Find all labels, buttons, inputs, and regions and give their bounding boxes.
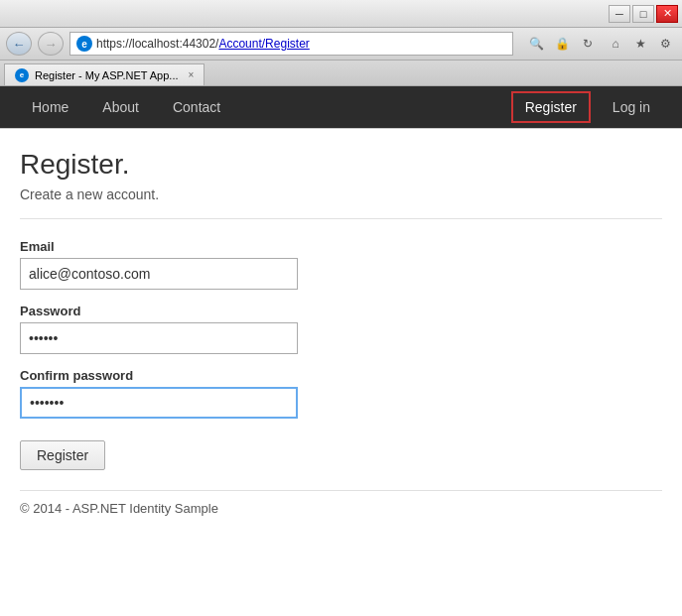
confirm-password-input[interactable] [20, 387, 298, 419]
back-button[interactable]: ← [6, 32, 32, 56]
settings-icon[interactable]: ⚙ [654, 33, 676, 55]
title-bar: ─ □ ✕ [0, 0, 682, 28]
active-tab[interactable]: e Register - My ASP.NET App... × [4, 63, 205, 85]
address-actions: 🔍 🔒 ↻ [525, 33, 599, 55]
home-icon[interactable]: ⌂ [605, 33, 626, 55]
address-text: https://localhost:44302/Account/Register [96, 37, 310, 51]
tab-close-icon[interactable]: × [189, 69, 195, 80]
divider [20, 218, 662, 219]
password-group: Password [20, 304, 662, 354]
footer-text: © 2014 - ASP.NET Identity Sample [20, 501, 662, 516]
minimize-button[interactable]: ─ [609, 5, 630, 23]
tab-bar: e Register - My ASP.NET App... × [0, 61, 682, 86]
tab-label: Register - My ASP.NET App... [35, 69, 179, 81]
favorites-icon[interactable]: ★ [629, 33, 651, 55]
nav-bar: Home About Contact Register Log in [0, 86, 682, 128]
page-content: Register. Create a new account. Email Pa… [0, 128, 682, 616]
confirm-password-group: Confirm password [20, 368, 662, 419]
password-input[interactable] [20, 322, 298, 354]
home-area: ⌂ ★ ⚙ [605, 33, 676, 55]
footer-divider [20, 490, 662, 491]
email-group: Email [20, 239, 662, 290]
page-subtitle: Create a new account. [20, 186, 662, 202]
maximize-button[interactable]: □ [632, 5, 654, 23]
ie-icon: e [76, 36, 92, 52]
register-submit-button[interactable]: Register [20, 440, 105, 470]
lock-icon: 🔒 [551, 33, 573, 55]
refresh-icon[interactable]: ↻ [577, 33, 599, 55]
forward-button[interactable]: → [38, 32, 64, 56]
address-bar[interactable]: e https://localhost:44302/Account/Regist… [69, 32, 513, 56]
page-title: Register. [20, 149, 662, 181]
tab-favicon: e [15, 68, 29, 82]
nav-register-button[interactable]: Register [511, 91, 591, 123]
address-bar-area: ← → e https://localhost:44302/Account/Re… [0, 28, 682, 61]
nav-home[interactable]: Home [20, 91, 80, 123]
email-input[interactable] [20, 258, 298, 290]
nav-contact[interactable]: Contact [161, 91, 232, 123]
nav-about[interactable]: About [90, 91, 151, 123]
password-label: Password [20, 304, 662, 318]
confirm-password-label: Confirm password [20, 368, 662, 383]
url-prefix: https://localhost:44302/ [96, 37, 218, 51]
email-label: Email [20, 239, 662, 254]
url-path: Account/Register [218, 37, 309, 51]
search-icon[interactable]: 🔍 [525, 33, 547, 55]
close-button[interactable]: ✕ [656, 5, 678, 23]
nav-login[interactable]: Log in [601, 91, 662, 123]
